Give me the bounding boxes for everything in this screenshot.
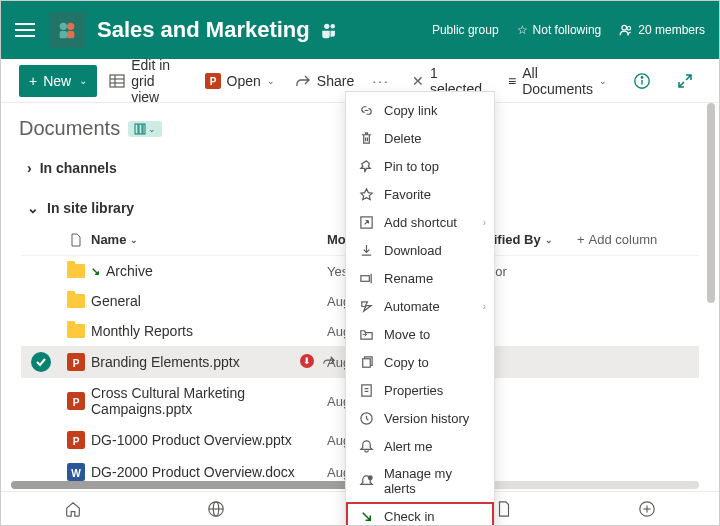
favorite-icon	[358, 186, 374, 202]
powerpoint-icon: P	[205, 73, 221, 89]
chevron-down-icon: ⌄	[79, 75, 87, 86]
version-icon	[358, 410, 374, 426]
members-icon	[619, 23, 633, 37]
file-name[interactable]: DG-1000 Product Overview.pptx	[91, 432, 327, 448]
menu-item-delete[interactable]: Delete	[346, 124, 494, 152]
grid-edit-icon	[109, 73, 125, 89]
file-name[interactable]: General	[91, 293, 327, 309]
chevron-right-icon: ›	[483, 217, 486, 228]
menu-item-rename[interactable]: Rename	[346, 264, 494, 292]
svg-text:P: P	[73, 436, 80, 447]
svg-point-6	[622, 25, 627, 30]
svg-point-16	[641, 76, 642, 77]
chevron-right-icon: ›	[27, 160, 32, 176]
svg-rect-32	[361, 384, 370, 395]
files-icon[interactable]	[495, 500, 513, 518]
selected-check-icon	[31, 352, 51, 372]
edit-grid-button[interactable]: Edit in grid view	[101, 65, 192, 97]
library-title: Documents	[19, 117, 120, 140]
svg-text:W: W	[71, 468, 81, 479]
svg-rect-18	[139, 124, 142, 134]
file-name[interactable]: DG-2000 Product Overview.docx	[91, 464, 327, 480]
column-type-icon[interactable]	[61, 233, 91, 247]
shortcut-icon	[358, 214, 374, 230]
expand-button[interactable]	[669, 65, 701, 97]
file-type-icon	[61, 294, 91, 308]
delete-icon	[358, 130, 374, 146]
plus-icon: +	[577, 232, 585, 247]
download-icon	[358, 242, 374, 258]
checked-out-indicator-icon: ⬇	[300, 354, 314, 368]
new-button[interactable]: + New ⌄	[19, 65, 97, 97]
svg-point-7	[627, 27, 631, 31]
svg-text:P: P	[209, 76, 216, 87]
menu-item-favorite[interactable]: Favorite	[346, 180, 494, 208]
file-type-icon: W	[61, 463, 91, 481]
members-link[interactable]: 20 members	[619, 23, 705, 37]
context-menu: Copy linkDeletePin to topFavoriteAdd sho…	[345, 91, 495, 526]
automate-icon	[358, 298, 374, 314]
info-pane-button[interactable]	[625, 65, 659, 97]
file-name[interactable]: Cross Cultural Marketing Campaigns.pptx	[91, 385, 327, 417]
open-button[interactable]: P Open ⌄	[197, 65, 283, 97]
menu-item-alert[interactable]: Alert me	[346, 432, 494, 460]
tiles-icon	[134, 123, 146, 135]
svg-point-4	[330, 24, 335, 29]
hamburger-menu-icon[interactable]	[15, 23, 35, 37]
globe-icon[interactable]	[207, 500, 225, 518]
more-icon: ···	[372, 73, 390, 89]
menu-item-link[interactable]: Copy link	[346, 96, 494, 124]
column-name[interactable]: Name⌄	[91, 232, 327, 247]
pin-icon	[358, 158, 374, 174]
share-icon[interactable]	[322, 354, 336, 370]
view-mode-pill[interactable]: ⌄	[128, 121, 162, 137]
menu-item-managealerts[interactable]: Manage my alerts	[346, 460, 494, 502]
alert-icon	[358, 438, 374, 454]
file-name[interactable]: Monthly Reports	[91, 323, 327, 339]
chevron-down-icon: ⌄	[599, 76, 607, 86]
menu-item-automate[interactable]: Automate›	[346, 292, 494, 320]
svg-point-5	[324, 24, 329, 29]
home-icon[interactable]	[64, 500, 82, 518]
svg-point-1	[67, 23, 74, 30]
properties-icon	[358, 382, 374, 398]
vertical-scrollbar[interactable]	[707, 103, 715, 303]
file-type-icon: P	[61, 431, 91, 449]
file-type-icon	[61, 264, 91, 278]
teams-icon[interactable]	[320, 21, 338, 39]
file-name[interactable]: ↘Archive	[91, 263, 327, 279]
managealerts-icon	[358, 473, 374, 489]
file-name[interactable]: Branding Elements.pptx	[91, 354, 327, 370]
chevron-down-icon: ⌄	[148, 124, 156, 134]
add-column-button[interactable]: +Add column	[577, 232, 657, 247]
menu-item-checkin[interactable]: Check in	[346, 502, 494, 526]
chevron-down-icon: ⌄	[267, 76, 275, 86]
menu-item-properties[interactable]: Properties	[346, 376, 494, 404]
checkin-icon	[358, 508, 374, 524]
add-icon[interactable]	[638, 500, 656, 518]
follow-toggle[interactable]: ☆ Not following	[517, 23, 602, 37]
svg-rect-19	[143, 124, 145, 134]
svg-rect-29	[360, 275, 368, 281]
svg-rect-3	[67, 31, 74, 38]
menu-item-copyto[interactable]: Copy to	[346, 348, 494, 376]
svg-point-36	[368, 475, 372, 479]
star-icon: ☆	[517, 23, 528, 37]
menu-item-shortcut[interactable]: Add shortcut›	[346, 208, 494, 236]
svg-rect-8	[110, 75, 124, 87]
menu-item-version[interactable]: Version history	[346, 404, 494, 432]
menu-item-download[interactable]: Download	[346, 236, 494, 264]
site-header: Sales and Marketing Public group ☆ Not f…	[1, 1, 719, 59]
view-selector[interactable]: ≡ All Documents ⌄	[500, 65, 615, 97]
svg-rect-2	[60, 31, 67, 38]
close-icon: ✕	[412, 73, 424, 89]
chevron-down-icon: ⌄	[27, 200, 39, 216]
site-logo[interactable]	[49, 12, 85, 48]
menu-item-pin[interactable]: Pin to top	[346, 152, 494, 180]
rename-icon	[358, 270, 374, 286]
site-title[interactable]: Sales and Marketing	[97, 17, 310, 43]
svg-text:P: P	[73, 397, 80, 408]
menu-item-moveto[interactable]: Move to	[346, 320, 494, 348]
checkout-mark-icon: ↘	[91, 265, 100, 278]
file-type-icon: P	[61, 392, 91, 410]
